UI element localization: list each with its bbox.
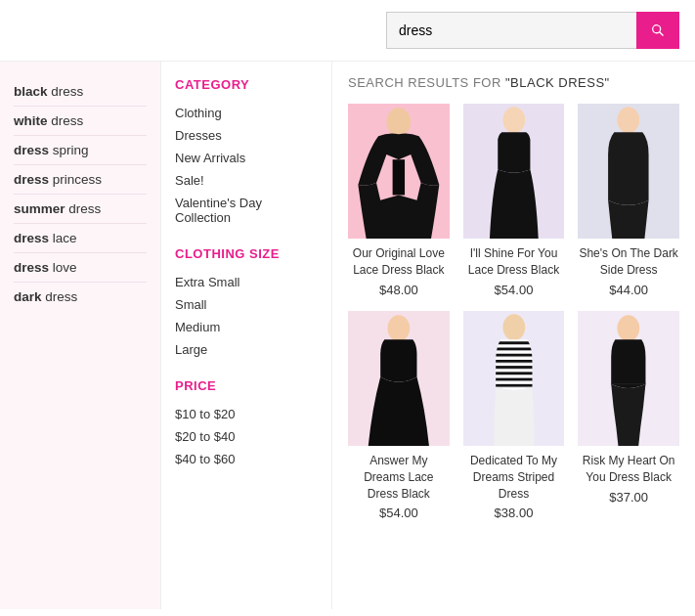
- product-price: $38.00: [463, 506, 565, 520]
- suggestion-bold: dress: [14, 231, 49, 245]
- product-price: $48.00: [348, 283, 450, 297]
- product-image: [578, 104, 679, 239]
- suggestion-rest: princess: [49, 172, 102, 187]
- suggestion-bold: dark: [14, 289, 42, 304]
- product-card[interactable]: I'll Shine For You Lace Dress Black$54.0…: [463, 104, 565, 297]
- search-icon: [650, 22, 666, 38]
- product-image: [348, 104, 450, 239]
- svg-point-5: [502, 314, 525, 340]
- product-name: She's On The Dark Side Dress: [578, 245, 679, 279]
- main-layout: black dresswhite dressdress springdress …: [0, 62, 695, 609]
- suggestion-rest: dress: [48, 113, 84, 128]
- category-filter-item[interactable]: New Arrivals: [175, 147, 318, 169]
- clothing-size-section: CLOTHING SIZE Extra SmallSmallMediumLarg…: [175, 246, 318, 361]
- category-filter-item[interactable]: Dresses: [175, 124, 318, 147]
- search-input[interactable]: dress: [386, 12, 636, 49]
- results-panel: SEARCH RESULTS FOR "BLACK DRESS" Our Ori…: [332, 62, 695, 609]
- product-image: [463, 311, 565, 446]
- suggestion-item[interactable]: black dress: [14, 77, 147, 107]
- suggestion-bold: white: [14, 113, 48, 128]
- clothing-size-filter-item[interactable]: Large: [175, 338, 318, 361]
- results-keyword: "BLACK DRESS": [505, 75, 610, 90]
- product-name: Answer My Dreams Lace Dress Black: [348, 453, 450, 502]
- category-filter-item[interactable]: Valentine's Day Collection: [175, 192, 318, 229]
- suggestion-bold: dress: [14, 260, 49, 275]
- price-title: PRICE: [175, 378, 318, 393]
- price-section: PRICE $10 to $20$20 to $40$40 to $60: [175, 378, 318, 470]
- svg-point-8: [618, 315, 640, 341]
- product-card[interactable]: She's On The Dark Side Dress$44.00: [578, 104, 679, 297]
- product-card[interactable]: Answer My Dreams Lace Dress Black$54.00: [348, 311, 450, 521]
- clothing-size-filter-item[interactable]: Medium: [175, 316, 318, 338]
- filters-panel: CATEGORY ClothingDressesNew ArrivalsSale…: [161, 62, 332, 609]
- product-price: $37.00: [578, 490, 679, 505]
- svg-point-3: [618, 107, 640, 133]
- svg-rect-1: [393, 159, 405, 195]
- suggestion-rest: love: [49, 260, 77, 275]
- product-image: [348, 311, 450, 446]
- suggestion-bold: dress: [14, 143, 49, 157]
- product-price: $54.00: [348, 506, 450, 520]
- suggestion-item[interactable]: dress princess: [14, 165, 147, 195]
- product-card[interactable]: Dedicated To My Dreams Striped Dress$38.…: [463, 311, 565, 521]
- product-price: $44.00: [578, 283, 679, 297]
- suggestion-item[interactable]: dress spring: [14, 136, 147, 165]
- product-price: $54.00: [463, 283, 565, 297]
- suggestion-item[interactable]: dress lace: [14, 224, 147, 253]
- category-title: CATEGORY: [175, 77, 318, 92]
- suggestion-item[interactable]: white dress: [14, 107, 147, 136]
- suggestion-bold: black: [14, 84, 48, 99]
- suggestion-rest: dress: [42, 289, 78, 304]
- search-wrapper: dress: [386, 12, 679, 49]
- header: dress: [0, 0, 695, 62]
- clothing-size-title: CLOTHING SIZE: [175, 246, 318, 261]
- suggestions-panel: black dresswhite dressdress springdress …: [0, 62, 161, 609]
- results-heading-prefix: SEARCH RESULTS FOR: [348, 75, 501, 90]
- suggestion-rest: dress: [65, 201, 102, 216]
- category-section: CATEGORY ClothingDressesNew ArrivalsSale…: [175, 77, 318, 229]
- search-button[interactable]: [636, 12, 679, 49]
- clothing-size-filter-item[interactable]: Extra Small: [175, 271, 318, 293]
- clothing-size-filter-item[interactable]: Small: [175, 293, 318, 316]
- suggestion-item[interactable]: dress love: [14, 253, 147, 283]
- results-header: SEARCH RESULTS FOR "BLACK DRESS": [348, 75, 679, 90]
- suggestion-bold: summer: [14, 201, 65, 216]
- svg-point-0: [386, 108, 411, 136]
- product-card[interactable]: Risk My Heart On You Dress Black$37.00: [578, 311, 679, 521]
- product-name: I'll Shine For You Lace Dress Black: [463, 245, 565, 279]
- product-image: [463, 104, 565, 239]
- category-filter-item[interactable]: Clothing: [175, 102, 318, 124]
- svg-point-2: [502, 107, 525, 133]
- category-filter-item[interactable]: Sale!: [175, 169, 318, 192]
- suggestion-item[interactable]: dark dress: [14, 283, 147, 311]
- price-filter-item[interactable]: $20 to $40: [175, 425, 318, 448]
- product-name: Risk My Heart On You Dress Black: [578, 453, 679, 486]
- suggestion-rest: lace: [49, 231, 77, 245]
- suggestion-item[interactable]: summer dress: [14, 195, 147, 224]
- product-image: [578, 311, 679, 446]
- price-filter-item[interactable]: $40 to $60: [175, 448, 318, 470]
- product-name: Dedicated To My Dreams Striped Dress: [463, 453, 565, 502]
- suggestion-rest: spring: [49, 143, 89, 157]
- price-filter-item[interactable]: $10 to $20: [175, 403, 318, 425]
- products-grid: Our Original Love Lace Dress Black$48.00…: [348, 104, 679, 520]
- product-name: Our Original Love Lace Dress Black: [348, 245, 450, 279]
- svg-point-4: [387, 315, 410, 341]
- product-card[interactable]: Our Original Love Lace Dress Black$48.00: [348, 104, 450, 297]
- suggestion-rest: dress: [48, 84, 84, 99]
- suggestion-bold: dress: [14, 172, 49, 187]
